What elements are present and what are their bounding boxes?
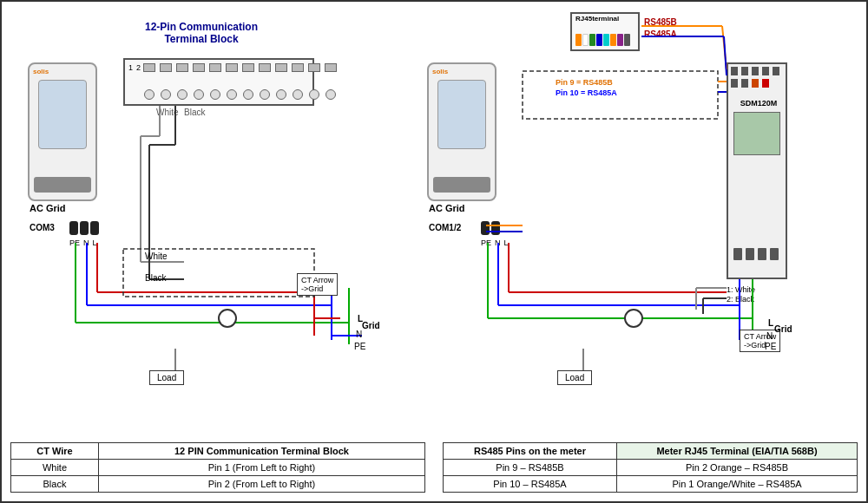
- pin9-label: Pin 9 = RS485B: [556, 78, 613, 87]
- com3-label: COM3: [30, 223, 55, 232]
- left-table: CT Wire 12 PIN Communication Terminal Bl…: [10, 442, 425, 493]
- right-table-header-row: RS485 Pins on the meter Meter RJ45 Termi…: [444, 443, 858, 460]
- right-row1-col2: Pin 1 Orange/White – RS485A: [616, 476, 857, 493]
- ct-arrow-box-left: CT Arrow ->Grid: [297, 273, 338, 296]
- svg-rect-26: [523, 71, 718, 119]
- ac-grid-label-left: AC Grid: [30, 203, 66, 213]
- right-diagram: RJ45terminal RS485B RS485A solis AC Grid: [427, 10, 861, 383]
- right-table-row-0: Pin 9 – RS485B Pin 2 Orange – RS485B: [444, 460, 858, 476]
- sdm-pins-top: [728, 64, 786, 90]
- left-diagram: 12-Pin Communication Terminal Block 1 2: [10, 10, 401, 383]
- pin-numbers: 1 2: [128, 63, 141, 72]
- bottom-tables: CT Wire 12 PIN Communication Terminal Bl…: [10, 442, 858, 493]
- rj45-pins: [575, 34, 630, 46]
- sdm-screen: [733, 112, 780, 155]
- rs485a-label: RS485A: [644, 29, 677, 39]
- sdm-black-label: 2: Black: [727, 295, 754, 304]
- inverter-screen-left: [38, 80, 87, 149]
- sdm120m-box: SDM120M: [727, 62, 787, 279]
- left-inverter: solis: [28, 62, 97, 201]
- left-table-row-0: White Pin 1 (From Left to Right): [11, 460, 425, 476]
- n-grid-label-left: N: [356, 330, 362, 339]
- inverter-connectors-right: [433, 177, 490, 193]
- right-table: RS485 Pins on the meter Meter RJ45 Termi…: [443, 442, 858, 493]
- white-wire-label: White: [145, 252, 168, 261]
- right-inverter: solis: [427, 62, 496, 201]
- right-col2-header: Meter RJ45 Terminal (EIA/TIA 568B): [616, 443, 857, 460]
- com12-label: COM1/2: [429, 223, 461, 232]
- left-col2-header: 12 PIN Communication Terminal Block: [98, 443, 424, 460]
- main-container: 12-Pin Communication Terminal Block 1 2: [0, 0, 868, 503]
- right-table-row-1: Pin 10 – RS485A Pin 1 Orange/White – RS4…: [444, 476, 858, 493]
- left-table-row-1: Black Pin 2 (From Left to Right): [11, 476, 425, 493]
- load-box-left: Load: [149, 370, 184, 385]
- pe-n-l-right: PE N L: [481, 238, 509, 247]
- pe-n-l-left: PE N L: [69, 238, 97, 247]
- pe-grid-label-left: PE: [354, 342, 365, 351]
- left-table-header-row: CT Wire 12 PIN Communication Terminal Bl…: [11, 443, 425, 460]
- pe-grid-label-right: PE: [765, 342, 776, 351]
- n-grid-label-right: N: [766, 331, 773, 341]
- pin10-label: Pin 10 = RS485A: [556, 88, 617, 97]
- inverter-screen-right: [437, 80, 486, 149]
- white-terminal-label: White: [156, 108, 179, 117]
- sdm-label: SDM120M: [732, 99, 786, 108]
- right-row0-col2: Pin 2 Orange – RS485B: [616, 460, 857, 476]
- load-box-right: Load: [557, 370, 592, 385]
- solis-logo-right: solis: [432, 68, 448, 75]
- com12-connectors: [481, 221, 500, 235]
- right-col1-header: RS485 Pins on the meter: [444, 443, 617, 460]
- com3-connectors: [69, 221, 99, 235]
- rj45-terminal: RJ45terminal: [570, 12, 640, 51]
- ac-grid-label-right: AC Grid: [429, 203, 465, 213]
- screw-tops: [142, 63, 338, 72]
- sdm-white-label: 1: White: [727, 285, 755, 294]
- black-wire-label: Black: [145, 273, 166, 283]
- left-col1-header: CT Wire: [11, 443, 99, 460]
- left-row1-col2: Pin 2 (From Left to Right): [98, 476, 424, 493]
- grid-label-right: Grid: [774, 324, 792, 334]
- l-grid-label-right: L: [768, 318, 773, 328]
- pin-holes: [142, 89, 338, 100]
- terminal-block-box: 1 2: [123, 58, 314, 106]
- terminal-title: 12-Pin Communication Terminal Block: [123, 21, 279, 45]
- solis-logo-left: solis: [33, 68, 49, 75]
- sdm-pins-bottom: [733, 248, 779, 260]
- rs485b-label: RS485B: [644, 17, 677, 27]
- grid-label-left: Grid: [362, 321, 380, 330]
- right-table-container: RS485 Pins on the meter Meter RJ45 Termi…: [443, 442, 858, 493]
- black-terminal-label: Black: [184, 108, 205, 117]
- left-row1-col1: Black: [11, 476, 99, 493]
- svg-point-18: [219, 310, 236, 327]
- left-row0-col1: White: [11, 460, 99, 476]
- right-row1-col1: Pin 10 – RS485A: [444, 476, 617, 493]
- right-row0-col1: Pin 9 – RS485B: [444, 460, 617, 476]
- left-table-container: CT Wire 12 PIN Communication Terminal Bl…: [10, 442, 425, 493]
- left-row0-col2: Pin 1 (From Left to Right): [98, 460, 424, 476]
- svg-point-39: [625, 310, 642, 327]
- inverter-connectors-left: [34, 177, 91, 193]
